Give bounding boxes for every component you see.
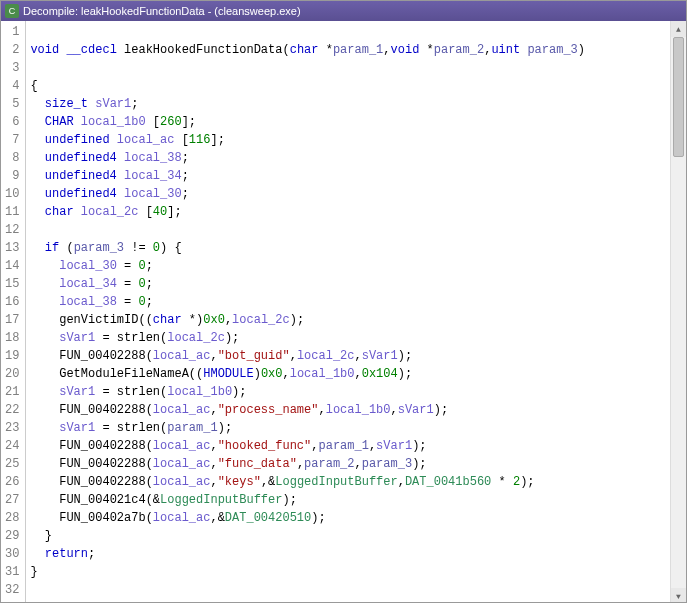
line-number: 11 <box>5 203 19 221</box>
line-number: 1 <box>5 23 19 41</box>
code-line[interactable]: local_30 = 0; <box>30 257 666 275</box>
line-number: 29 <box>5 527 19 545</box>
code-line[interactable]: size_t sVar1; <box>30 95 666 113</box>
code-line[interactable] <box>30 59 666 77</box>
line-number: 2 <box>5 41 19 59</box>
line-number: 28 <box>5 509 19 527</box>
code-line[interactable]: FUN_00402288(local_ac,"process_name",loc… <box>30 401 666 419</box>
line-number: 22 <box>5 401 19 419</box>
line-number: 12 <box>5 221 19 239</box>
code-line[interactable]: undefined4 local_38; <box>30 149 666 167</box>
scrollbar-thumb[interactable] <box>673 37 684 157</box>
line-number: 26 <box>5 473 19 491</box>
line-number: 7 <box>5 131 19 149</box>
line-number: 15 <box>5 275 19 293</box>
scroll-up-arrow[interactable]: ▲ <box>671 21 686 37</box>
code-line[interactable]: sVar1 = strlen(local_1b0); <box>30 383 666 401</box>
vertical-scrollbar[interactable]: ▲ ▼ <box>670 21 686 603</box>
code-line[interactable]: GetModuleFileNameA((HMODULE)0x0,local_1b… <box>30 365 666 383</box>
line-number: 27 <box>5 491 19 509</box>
line-number: 13 <box>5 239 19 257</box>
code-line[interactable]: FUN_00402288(local_ac,"keys",&LoggedInpu… <box>30 473 666 491</box>
code-line[interactable]: FUN_00402a7b(local_ac,&DAT_00420510); <box>30 509 666 527</box>
line-number: 4 <box>5 77 19 95</box>
window-title: Decompile: leakHookedFunctionData - (cle… <box>23 5 682 17</box>
code-line[interactable]: CHAR local_1b0 [260]; <box>30 113 666 131</box>
titlebar: C Decompile: leakHookedFunctionData - (c… <box>1 1 686 21</box>
code-line[interactable]: local_34 = 0; <box>30 275 666 293</box>
line-number: 23 <box>5 419 19 437</box>
code-line[interactable]: void __cdecl leakHookedFunctionData(char… <box>30 41 666 59</box>
code-line[interactable]: { <box>30 77 666 95</box>
line-number-gutter: 1234567891011121314151617181920212223242… <box>1 21 26 603</box>
line-number: 9 <box>5 167 19 185</box>
code-line[interactable]: FUN_00402288(local_ac,"func_data",param_… <box>30 455 666 473</box>
code-line[interactable]: FUN_00402288(local_ac,"bot_guid",local_2… <box>30 347 666 365</box>
code-content[interactable]: void __cdecl leakHookedFunctionData(char… <box>26 21 670 603</box>
scroll-down-arrow[interactable]: ▼ <box>671 588 686 603</box>
line-number: 14 <box>5 257 19 275</box>
line-number: 17 <box>5 311 19 329</box>
line-number: 5 <box>5 95 19 113</box>
code-line[interactable]: undefined local_ac [116]; <box>30 131 666 149</box>
line-number: 16 <box>5 293 19 311</box>
code-line[interactable]: return; <box>30 545 666 563</box>
code-line[interactable]: sVar1 = strlen(local_2c); <box>30 329 666 347</box>
line-number: 19 <box>5 347 19 365</box>
line-number: 21 <box>5 383 19 401</box>
code-line[interactable] <box>30 221 666 239</box>
code-line[interactable]: } <box>30 527 666 545</box>
line-number: 31 <box>5 563 19 581</box>
line-number: 8 <box>5 149 19 167</box>
line-number: 6 <box>5 113 19 131</box>
code-line[interactable]: sVar1 = strlen(param_1); <box>30 419 666 437</box>
code-line[interactable]: FUN_004021c4(&LoggedInputBuffer); <box>30 491 666 509</box>
line-number: 32 <box>5 581 19 599</box>
line-number: 3 <box>5 59 19 77</box>
code-line[interactable]: if (param_3 != 0) { <box>30 239 666 257</box>
code-line[interactable] <box>30 23 666 41</box>
code-line[interactable]: genVictimID((char *)0x0,local_2c); <box>30 311 666 329</box>
line-number: 30 <box>5 545 19 563</box>
code-line[interactable]: undefined4 local_34; <box>30 167 666 185</box>
line-number: 24 <box>5 437 19 455</box>
line-number: 18 <box>5 329 19 347</box>
line-number: 25 <box>5 455 19 473</box>
line-number: 10 <box>5 185 19 203</box>
code-line[interactable]: local_38 = 0; <box>30 293 666 311</box>
code-line[interactable]: } <box>30 563 666 581</box>
code-line[interactable]: undefined4 local_30; <box>30 185 666 203</box>
app-icon: C <box>5 4 19 18</box>
code-line[interactable]: char local_2c [40]; <box>30 203 666 221</box>
line-number: 20 <box>5 365 19 383</box>
decompile-view: 1234567891011121314151617181920212223242… <box>1 21 686 603</box>
code-line[interactable] <box>30 581 666 599</box>
code-line[interactable]: FUN_00402288(local_ac,"hooked_func",para… <box>30 437 666 455</box>
